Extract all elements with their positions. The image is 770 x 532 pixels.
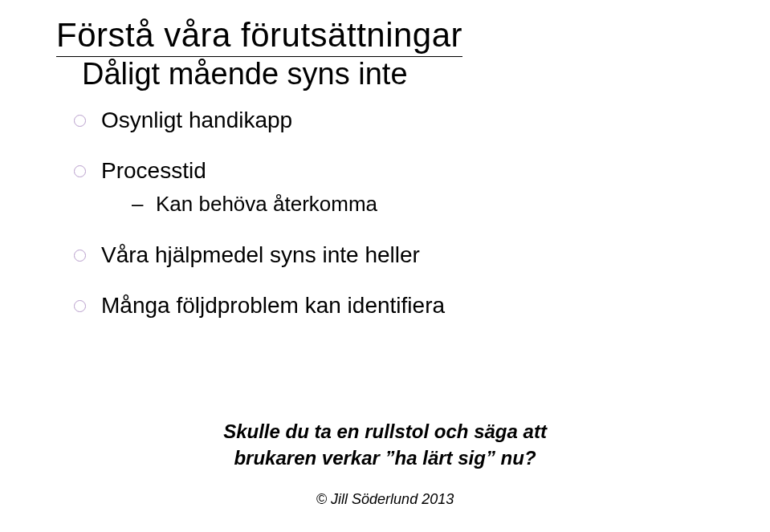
slide-subtitle: Dåligt mående syns inte <box>56 57 714 91</box>
sub-list-item: Kan behöva återkomma <box>132 191 714 218</box>
bullet-list: Osynligt handikapp Processtid Kan behöva… <box>74 106 714 319</box>
callout: Skulle du ta en rullstol och säga att br… <box>161 419 610 471</box>
sub-list: Kan behöva återkomma <box>132 191 714 218</box>
slide: Förstå våra förutsättningar Dåligt måend… <box>0 0 770 532</box>
slide-title: Förstå våra förutsättningar <box>56 16 714 57</box>
bullet-text: Osynligt handikapp <box>101 108 292 132</box>
sub-bullet-text: Kan behöva återkomma <box>156 192 377 216</box>
callout-line-2: brukaren verkar ”ha lärt sig” nu? <box>161 445 610 471</box>
bullet-text: Processtid <box>101 158 206 183</box>
footer-text: © Jill Söderlund 2013 <box>316 491 454 508</box>
list-item: Processtid Kan behöva återkomma <box>74 156 714 218</box>
callout-line-1: Skulle du ta en rullstol och säga att <box>161 419 610 445</box>
title-text: Förstå våra förutsättningar <box>56 16 462 57</box>
list-item: Många följdproblem kan identifiera <box>74 291 714 319</box>
list-item: Osynligt handikapp <box>74 106 714 134</box>
bullet-text: Många följdproblem kan identifiera <box>101 293 445 318</box>
list-item: Våra hjälpmedel syns inte heller <box>74 241 714 269</box>
bullet-text: Våra hjälpmedel syns inte heller <box>101 242 420 267</box>
